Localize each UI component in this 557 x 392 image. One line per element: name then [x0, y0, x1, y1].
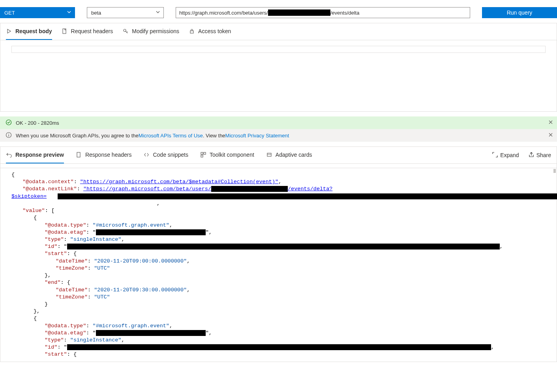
tab-adaptive-cards[interactable]: Adaptive cards: [266, 147, 312, 163]
run-query-button[interactable]: Run query: [482, 7, 557, 18]
info-text-mid: . View the: [203, 133, 225, 139]
tab-label: Code snippets: [153, 152, 188, 158]
document-icon: [76, 152, 82, 158]
key-icon: [122, 28, 129, 34]
component-icon: [200, 152, 206, 158]
api-version-dropdown[interactable]: beta: [87, 7, 164, 18]
tab-modify-permissions[interactable]: Modify permissions: [122, 23, 179, 40]
scrollbar-thumb[interactable]: [553, 169, 556, 173]
tab-label: Request body: [15, 28, 52, 34]
redacted-segment: [268, 9, 330, 16]
svg-rect-11: [267, 153, 271, 156]
svg-rect-7: [77, 152, 80, 157]
action-label: Expand: [500, 152, 519, 158]
chevron-down-icon: [156, 10, 160, 16]
tab-label: Toolkit component: [210, 152, 254, 158]
svg-point-5: [8, 133, 9, 134]
close-icon[interactable]: [548, 133, 553, 139]
svg-rect-10: [201, 155, 203, 157]
response-json-viewer[interactable]: { "@odata.context": "https://graph.micro…: [0, 168, 557, 362]
tab-label: Request headers: [71, 28, 113, 34]
tab-access-token[interactable]: Access token: [189, 23, 231, 40]
action-label: Share: [536, 152, 551, 158]
svg-rect-8: [201, 152, 203, 154]
http-method-value: GET: [4, 10, 15, 16]
response-panel: Response preview Response headers Code s…: [0, 146, 557, 362]
svg-rect-6: [8, 135, 9, 137]
tab-response-preview[interactable]: Response preview: [6, 147, 64, 163]
code-icon: [143, 152, 150, 158]
tab-code-snippets[interactable]: Code snippets: [143, 147, 188, 163]
query-url-input[interactable]: https://graph.microsoft.com/beta/users/ …: [176, 7, 470, 18]
api-version-value: beta: [91, 10, 101, 16]
request-panel: Request body Request headers Modify perm…: [0, 23, 557, 112]
chevron-down-icon: [67, 10, 71, 16]
editor-line: [11, 46, 546, 53]
tab-label: Modify permissions: [132, 28, 179, 34]
tab-request-body[interactable]: Request body: [6, 23, 52, 40]
share-button[interactable]: Share: [529, 152, 551, 159]
tab-label: Response preview: [15, 152, 64, 158]
url-prefix: https://graph.microsoft.com/beta/users/: [179, 10, 268, 16]
svg-point-3: [6, 120, 11, 125]
terms-link[interactable]: Microsoft APIs Terms of Use: [139, 133, 203, 139]
http-method-dropdown[interactable]: GET: [0, 7, 75, 18]
checkmark-icon: [6, 119, 12, 127]
tab-label: Adaptive cards: [276, 152, 312, 158]
svg-rect-2: [190, 31, 193, 33]
request-tabs: Request body Request headers Modify perm…: [0, 23, 557, 40]
undo-icon: [6, 152, 12, 158]
close-icon[interactable]: [548, 120, 553, 126]
tab-label: Response headers: [85, 152, 132, 158]
svg-rect-9: [204, 152, 206, 154]
response-tabs: Response preview Response headers Code s…: [6, 147, 492, 163]
tab-toolkit-component[interactable]: Toolkit component: [200, 147, 254, 163]
share-icon: [529, 152, 534, 159]
status-bar: OK - 200 - 2820ms: [0, 116, 557, 129]
info-text-pre: When you use Microsoft Graph APIs, you a…: [16, 133, 139, 139]
info-bar: When you use Microsoft Graph APIs, you a…: [0, 129, 557, 142]
status-text: OK - 200 - 2820ms: [16, 120, 59, 126]
request-body-editor[interactable]: [0, 40, 557, 111]
privacy-link[interactable]: Microsoft Privacy Statement: [225, 133, 289, 139]
expand-icon: [492, 152, 498, 159]
document-icon: [62, 28, 68, 34]
tab-label: Access token: [198, 28, 231, 34]
query-row: GET beta https://graph.microsoft.com/bet…: [0, 0, 557, 21]
cards-icon: [266, 152, 272, 158]
expand-button[interactable]: Expand: [492, 152, 519, 159]
tab-response-headers[interactable]: Response headers: [76, 147, 132, 163]
lock-icon: [189, 28, 195, 34]
tab-request-headers[interactable]: Request headers: [62, 23, 113, 40]
play-icon: [6, 28, 12, 34]
info-icon: [6, 132, 12, 139]
url-suffix: /events/delta: [330, 10, 360, 16]
